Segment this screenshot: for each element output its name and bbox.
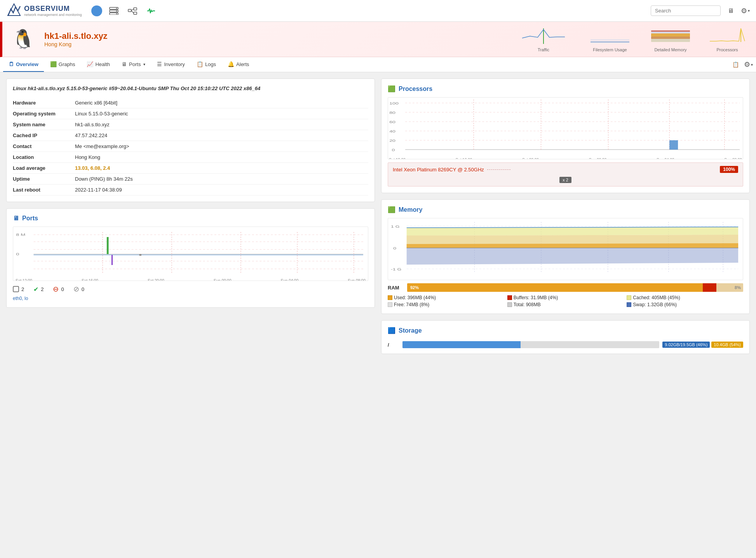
- host-location: Hong Kong: [44, 41, 108, 47]
- processors-chart-area: 100 80 60 40 20 0: [388, 97, 743, 159]
- gear-icon: ⚙: [741, 7, 747, 15]
- ports-title: Ports: [22, 215, 38, 222]
- health-icon: 📈: [87, 61, 93, 67]
- settings-button[interactable]: ⚙ ▾: [741, 7, 750, 15]
- traffic-chart-svg: [514, 26, 573, 46]
- detailed-memory-label: Detailed Memory: [654, 47, 686, 52]
- processors-mini-graph[interactable]: Processors: [708, 26, 747, 52]
- search-input[interactable]: [651, 5, 721, 16]
- legend-buffers-label: Buffers: 31.9MB (4%): [514, 295, 558, 300]
- processors-card: 🟩 Processors 100 80 60 40 20 0: [381, 78, 750, 193]
- ports-dropdown-icon: ▾: [143, 62, 145, 66]
- host-graphs: Traffic Filesystem Usage Detailed Memory: [514, 26, 747, 52]
- label-uptime: Uptime: [13, 176, 75, 182]
- legend-total: Total: 908MB: [507, 302, 624, 307]
- svg-text:1 G: 1 G: [391, 225, 400, 228]
- ports-card: 🖥 Ports 8 M 0: [6, 208, 375, 308]
- ports-chart-svg: 8 M 0: [15, 230, 366, 277]
- tab-list-icon[interactable]: 📋: [728, 58, 742, 71]
- network-icon[interactable]: [125, 4, 139, 18]
- info-row-ip: Cached IP 47.57.242.224: [13, 130, 368, 141]
- processors-title: Processors: [399, 85, 432, 92]
- svg-rect-7: [128, 9, 131, 12]
- svg-line-11: [131, 10, 134, 13]
- tab-logs[interactable]: 📋 Logs: [191, 57, 221, 72]
- logo-icon: [6, 3, 22, 19]
- port-up-value: 2: [41, 286, 44, 292]
- svg-text:0: 0: [392, 148, 395, 152]
- logo-text: OBSERVIUM: [24, 5, 70, 12]
- port-down-icon: ⊖: [53, 285, 59, 293]
- detailed-memory-mini-graph[interactable]: Detailed Memory: [647, 26, 694, 52]
- label-location: Location: [13, 154, 75, 160]
- servers-icon[interactable]: [107, 4, 121, 18]
- cpu-bar-header: Intel Xeon Platinum 8269CY @ 2.50GHz 100…: [393, 166, 738, 173]
- svg-point-5: [116, 10, 117, 11]
- storage-item-root: / 9.02GB/19.5GB (46%) 10.4GB (54%): [388, 339, 743, 350]
- svg-rect-18: [651, 30, 690, 32]
- port-total-value: 2: [21, 286, 24, 292]
- legend-swap-label: Swap: 1.32GB (66%): [633, 302, 677, 307]
- value-hardware: Generic x86 [64bit]: [75, 100, 368, 106]
- svg-rect-9: [134, 12, 137, 14]
- traffic-mini-graph[interactable]: Traffic: [514, 26, 573, 52]
- label-sysname: System name: [13, 122, 75, 127]
- graphs-icon: 🟩: [50, 61, 57, 67]
- storage-bar-fill: [402, 341, 521, 348]
- dashboard-icon[interactable]: [91, 5, 102, 16]
- tab-graphs[interactable]: 🟩 Graphs: [45, 57, 81, 72]
- right-column: 🟩 Processors 100 80 60 40 20 0: [381, 78, 750, 354]
- tab-gear-button[interactable]: ⚙ ▾: [744, 60, 753, 69]
- storage-stats: 9.02GB/19.5GB (46%) 10.4GB (54%): [662, 342, 743, 348]
- svg-line-10: [131, 9, 134, 10]
- ports-chart-area: 8 M 0: [13, 227, 368, 281]
- svg-text:-1 G: -1 G: [391, 267, 401, 271]
- logo-sub: network management and monitoring: [24, 13, 82, 17]
- filesystem-label: Filesystem Usage: [593, 47, 627, 52]
- storage-used-label: 9.02GB/19.5GB (46%): [662, 342, 710, 348]
- info-row-sysname: System name hk1-ali.s.tlo.xyz: [13, 119, 368, 130]
- svg-rect-38: [13, 286, 19, 292]
- memory-title: Memory: [399, 206, 422, 213]
- info-row-load: Load average 13.03, 6.08, 2.4: [13, 163, 368, 174]
- legend-cached-label: Cached: 405MB (45%): [633, 295, 680, 300]
- svg-text:100: 100: [389, 101, 399, 106]
- port-disabled-value: 0: [82, 286, 84, 292]
- legend-cached: Cached: 405MB (45%): [627, 295, 743, 300]
- label-reboot: Last reboot: [13, 187, 75, 193]
- svg-text:0: 0: [16, 252, 19, 256]
- tabs-bar: 🗒 Overview 🟩 Graphs 📈 Health 🖥 Ports ▾ ☰…: [0, 57, 756, 72]
- top-nav: OBSERVIUM network management and monitor…: [0, 0, 756, 22]
- system-info-card: Linux hk1-ali.s.tlo.xyz 5.15.0-53-generi…: [6, 78, 375, 202]
- tab-settings-area: 📋 ⚙ ▾: [728, 58, 753, 71]
- port-disabled-icon: ⊘: [73, 285, 79, 293]
- left-column: Linux hk1-ali.s.tlo.xyz 5.15.0-53-generi…: [6, 78, 375, 354]
- tab-overview[interactable]: 🗒 Overview: [3, 57, 44, 72]
- tab-alerts-label: Alerts: [236, 61, 249, 67]
- storage-card: 🟦 Storage / 9.02GB/19.5GB (46%) 10.4GB (…: [381, 320, 750, 354]
- filesystem-mini-graph[interactable]: Filesystem Usage: [587, 26, 633, 52]
- host-os-icon: 🐧: [12, 30, 35, 49]
- tab-inventory[interactable]: ☰ Inventory: [152, 57, 190, 72]
- dropdown-arrow-icon: ▾: [748, 9, 750, 13]
- cpu-bar-item: Intel Xeon Platinum 8269CY @ 2.50GHz 100…: [388, 162, 743, 187]
- processors-label: Processors: [716, 47, 738, 52]
- label-contact: Contact: [13, 143, 75, 149]
- port-interfaces[interactable]: eth0, lo: [13, 296, 368, 301]
- tab-alerts[interactable]: 🔔 Alerts: [222, 57, 254, 72]
- value-contact: Me <me@example.org>: [75, 143, 368, 149]
- svg-text:80: 80: [389, 111, 395, 115]
- host-name[interactable]: hk1-ali.s.tlo.xyz: [44, 31, 108, 41]
- processors-x-axis: Sat 12:00Sat 16:00Sat 20:00Sun 00:00Sun …: [388, 158, 743, 159]
- ports-icon: 🖥: [122, 61, 127, 67]
- svg-point-4: [116, 8, 117, 9]
- svg-point-6: [116, 13, 117, 14]
- tab-ports[interactable]: 🖥 Ports ▾: [116, 57, 151, 72]
- tab-health[interactable]: 📈 Health: [81, 57, 115, 72]
- storage-section-icon: 🟦: [388, 327, 395, 334]
- monitor-icon[interactable]: 🖥: [724, 4, 738, 18]
- activity-icon[interactable]: [144, 4, 158, 18]
- legend-total-label: Total: 908MB: [514, 302, 541, 307]
- memory-section-title: 🟩 Memory: [388, 206, 743, 213]
- legend-cached-box: [627, 295, 631, 300]
